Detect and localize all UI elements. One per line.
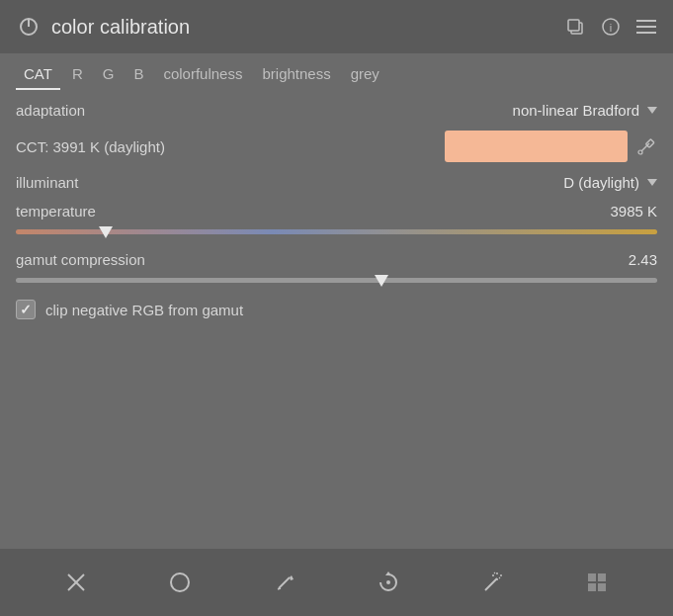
svg-line-17	[278, 588, 281, 589]
tab-cat[interactable]: CAT	[16, 61, 60, 90]
gamut-compression-header: gamut compression 2.43	[16, 251, 657, 268]
clip-checkbox-label: clip negative RGB from gamut	[45, 302, 243, 318]
cct-right	[445, 131, 657, 162]
app-window: color calibration i	[0, 0, 673, 616]
svg-marker-16	[290, 575, 294, 580]
svg-line-20	[485, 578, 497, 590]
footer	[0, 549, 673, 616]
temperature-slider-thumb[interactable]	[99, 226, 113, 238]
temperature-label: temperature	[16, 203, 96, 220]
illuminant-row: illuminant D (daylight)	[16, 174, 657, 191]
header-left: color calibration	[16, 14, 564, 40]
adaptation-select[interactable]: non-linear Bradford	[513, 102, 657, 119]
illuminant-dropdown-arrow	[647, 179, 657, 186]
clip-checkbox-row: ✓ clip negative RGB from gamut	[16, 300, 657, 319]
tab-grey[interactable]: grey	[343, 61, 387, 90]
svg-rect-27	[588, 573, 596, 581]
tab-b[interactable]: B	[126, 61, 151, 90]
svg-rect-3	[568, 20, 579, 31]
cct-label: CCT: 3991 K (daylight)	[16, 138, 165, 155]
circle-icon[interactable]	[162, 565, 198, 600]
gamut-compression-slider-track	[16, 278, 657, 283]
svg-line-25	[494, 572, 495, 573]
illuminant-label: illuminant	[16, 174, 78, 191]
svg-line-26	[499, 577, 500, 578]
svg-point-14	[171, 573, 189, 591]
svg-rect-28	[598, 573, 606, 581]
gamut-compression-section: gamut compression 2.43	[16, 251, 657, 288]
temperature-value: 3985 K	[610, 203, 657, 220]
power-icon[interactable]	[16, 14, 42, 40]
tab-r[interactable]: R	[64, 61, 91, 90]
content: adaptation non-linear Bradford CCT: 3991…	[0, 90, 673, 549]
adaptation-label: adaptation	[16, 102, 85, 119]
cct-row: CCT: 3991 K (daylight)	[16, 131, 657, 162]
svg-line-15	[279, 577, 290, 588]
header-title: color calibration	[51, 16, 190, 39]
cct-color-swatch[interactable]	[445, 131, 628, 162]
grid-icon[interactable]	[579, 565, 615, 600]
temperature-slider-track	[16, 229, 657, 234]
illuminant-select[interactable]: D (daylight)	[563, 174, 657, 191]
gamut-compression-value: 2.43	[629, 251, 657, 268]
header-actions: i	[564, 16, 657, 38]
gamut-compression-label: gamut compression	[16, 251, 145, 268]
adaptation-value: non-linear Bradford	[513, 102, 639, 119]
temperature-header: temperature 3985 K	[16, 203, 657, 220]
wand-icon[interactable]	[475, 565, 511, 600]
copy-icon[interactable]	[564, 16, 586, 38]
svg-text:i: i	[610, 22, 612, 34]
menu-icon[interactable]	[635, 16, 657, 38]
tab-colorfulness[interactable]: colorfulness	[155, 61, 250, 90]
eyedropper-icon[interactable]	[635, 135, 657, 157]
tab-g[interactable]: G	[95, 61, 123, 90]
close-icon[interactable]	[58, 565, 94, 600]
rotate-icon[interactable]	[371, 565, 406, 600]
info-icon[interactable]: i	[600, 16, 622, 38]
svg-point-11	[638, 150, 642, 154]
tab-brightness[interactable]: brightness	[254, 61, 338, 90]
svg-rect-10	[645, 139, 653, 147]
gamut-compression-slider-thumb[interactable]	[375, 275, 388, 287]
illuminant-value: D (daylight)	[563, 174, 639, 191]
svg-point-19	[386, 580, 390, 584]
temperature-section: temperature 3985 K	[16, 203, 657, 239]
svg-rect-30	[598, 583, 606, 591]
temperature-slider-container[interactable]	[16, 223, 657, 239]
tabs: CAT R G B colorfulness brightness grey	[0, 53, 673, 90]
checkmark-icon: ✓	[20, 302, 32, 317]
pencil-icon[interactable]	[267, 565, 302, 600]
gamut-compression-slider-container[interactable]	[16, 272, 657, 288]
adaptation-dropdown-arrow	[647, 107, 657, 114]
svg-marker-18	[385, 572, 391, 575]
svg-rect-29	[588, 583, 596, 591]
clip-checkbox[interactable]: ✓	[16, 300, 36, 319]
adaptation-row: adaptation non-linear Bradford	[16, 102, 657, 119]
header: color calibration i	[0, 0, 673, 53]
